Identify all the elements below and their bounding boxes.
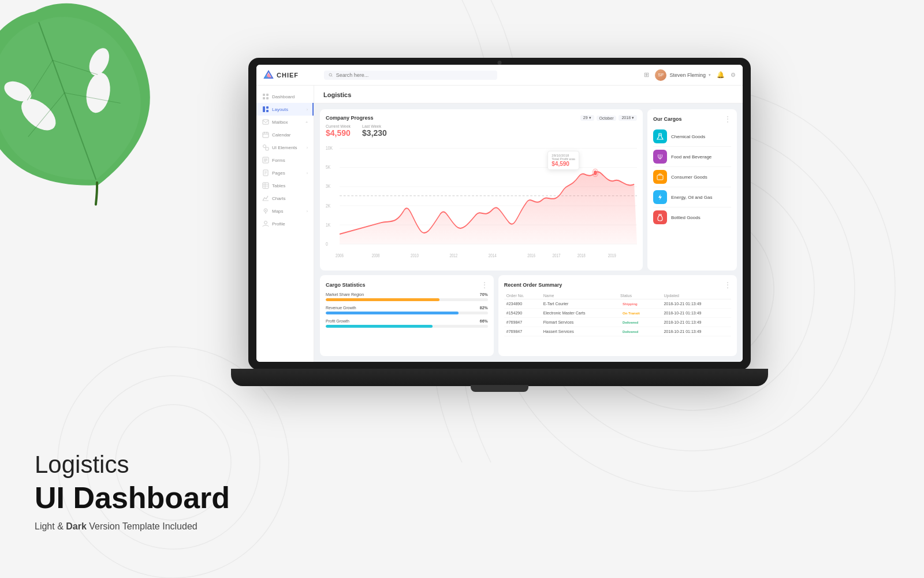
layout-icon bbox=[262, 106, 269, 113]
sidebar-item-ui-elements[interactable]: UI Elements › bbox=[256, 141, 314, 154]
svg-point-8 bbox=[83, 71, 113, 115]
svg-rect-26 bbox=[266, 106, 269, 109]
sidebar-label-profile: Profile bbox=[272, 221, 285, 227]
layouts-arrow: › bbox=[307, 108, 308, 112]
cargos-menu[interactable]: ⋮ bbox=[724, 115, 731, 123]
sidebar-item-mailbox[interactable]: Mailbox + bbox=[256, 116, 314, 128]
user-dropdown-icon[interactable]: ▾ bbox=[709, 73, 711, 77]
profit-growth-pct: 66% bbox=[480, 319, 488, 323]
svg-text:2017: 2017 bbox=[552, 253, 560, 258]
sidebar-item-profile[interactable]: Profile bbox=[256, 217, 314, 230]
svg-rect-29 bbox=[263, 132, 269, 138]
order-no-3: #769847 bbox=[504, 318, 541, 327]
sidebar-label-ui-elements: UI Elements bbox=[272, 145, 297, 150]
table-row: #769847 Flomart Services Delivered 2018-… bbox=[504, 318, 731, 327]
sidebar-item-dashboard[interactable]: Dashboard bbox=[256, 90, 314, 103]
maps-icon bbox=[262, 208, 269, 214]
search-bar[interactable] bbox=[324, 71, 497, 80]
cargo-item-consumer: Consumer Goods bbox=[653, 167, 731, 187]
page-title: Logistics bbox=[323, 91, 351, 98]
svg-rect-21 bbox=[263, 94, 265, 96]
svg-rect-22 bbox=[266, 94, 269, 96]
page-header: Logistics bbox=[314, 86, 743, 103]
search-input[interactable] bbox=[336, 72, 493, 78]
svg-text:2K: 2K bbox=[326, 203, 331, 209]
current-week-value: $4,590 bbox=[326, 128, 351, 138]
svg-text:5K: 5K bbox=[326, 164, 331, 170]
status-badge-3: Delivered bbox=[620, 320, 640, 325]
cargo-statistics-card: Cargo Statistics ⋮ Market Share Region 7… bbox=[320, 275, 494, 356]
svg-point-51 bbox=[264, 221, 267, 224]
order-name-1: E-Tart Courier bbox=[541, 299, 618, 309]
top-row: Company Progress 29 ▾ October 2018 ▾ bbox=[320, 109, 737, 271]
filter-year[interactable]: 2018 ▾ bbox=[619, 115, 637, 121]
chart-svg: 10K 5K 3K 2K 1K 0 bbox=[326, 142, 637, 265]
laptop-wrapper: CHIEF ⊞ SF Steven Fleming bbox=[248, 58, 751, 393]
sidebar-item-pages[interactable]: Pages › bbox=[256, 166, 314, 179]
sidebar-label-pages: Pages bbox=[272, 171, 285, 176]
svg-rect-34 bbox=[266, 147, 269, 150]
order-updated-2: 2018-10-21 01:13:49 bbox=[661, 309, 731, 318]
profile-icon bbox=[262, 220, 269, 227]
svg-point-7 bbox=[16, 92, 61, 136]
grid-icon[interactable]: ⊞ bbox=[644, 71, 649, 79]
order-no-1: #234890 bbox=[504, 299, 541, 309]
order-status-1: Shipping bbox=[618, 299, 661, 309]
revenue-growth-pct: 82% bbox=[480, 306, 488, 310]
svg-rect-43 bbox=[263, 183, 269, 188]
settings-icon[interactable]: ⚙ bbox=[731, 72, 736, 78]
sidebar-item-tables[interactable]: Tables bbox=[256, 179, 314, 192]
sidebar-item-forms[interactable]: Forms bbox=[256, 154, 314, 166]
profit-growth-progress: Profit Growth 66% bbox=[326, 319, 488, 328]
sidebar-item-maps[interactable]: Maps › bbox=[256, 205, 314, 217]
order-table-body: #234890 E-Tart Courier Shipping 2018-10-… bbox=[504, 299, 731, 336]
sidebar-item-layouts[interactable]: Layouts › bbox=[256, 103, 314, 116]
sidebar-label-layouts: Layouts bbox=[272, 107, 288, 112]
chemical-goods-label: Chemical Goods bbox=[671, 134, 705, 139]
svg-text:10K: 10K bbox=[326, 145, 333, 151]
leaf-decoration bbox=[0, 0, 167, 208]
market-share-label-row: Market Share Region 70% bbox=[326, 292, 488, 297]
consumer-goods-label: Consumer Goods bbox=[671, 175, 707, 180]
stats-row: Current Week $4,590 Last Week $3,230 bbox=[326, 124, 637, 138]
cargos-title: Our Cargos bbox=[653, 116, 682, 122]
svg-rect-77 bbox=[657, 175, 663, 180]
cargo-item-energy: Energy, Oil and Gas bbox=[653, 187, 731, 208]
tooltip-value: $4,590 bbox=[552, 161, 575, 167]
sidebar-item-calendar[interactable]: Calendar bbox=[256, 128, 314, 141]
svg-line-20 bbox=[331, 75, 333, 76]
bell-icon[interactable]: 🔔 bbox=[717, 71, 725, 79]
table-row: #234890 E-Tart Courier Shipping 2018-10-… bbox=[504, 299, 731, 309]
cargo-stats-menu[interactable]: ⋮ bbox=[481, 281, 488, 289]
logo-text: CHIEF bbox=[277, 72, 299, 79]
order-updated-4: 2018-10-21 01:13:49 bbox=[661, 327, 731, 336]
company-progress-card: Company Progress 29 ▾ October 2018 ▾ bbox=[320, 109, 643, 271]
col-name: Name bbox=[541, 292, 618, 299]
order-name-4: Hassert Services bbox=[541, 327, 618, 336]
svg-line-11 bbox=[39, 22, 96, 180]
svg-text:2008: 2008 bbox=[372, 253, 380, 258]
filter-day[interactable]: 29 ▾ bbox=[580, 115, 594, 121]
svg-line-14 bbox=[18, 93, 74, 137]
bottom-title-bold: UI Dashboard bbox=[35, 480, 230, 516]
calendar-icon bbox=[262, 131, 269, 138]
sidebar: Dashboard Layouts › bbox=[256, 86, 314, 362]
subtitle-rest-text: Version Template Included bbox=[87, 521, 198, 531]
user-avatar: SF bbox=[655, 69, 666, 81]
table-row: #769847 Hassert Services Delivered 2018-… bbox=[504, 327, 731, 336]
col-order-no: Order No. bbox=[504, 292, 541, 299]
svg-point-10 bbox=[85, 45, 113, 79]
chart-card-header: Company Progress 29 ▾ October 2018 ▾ bbox=[326, 115, 637, 121]
sidebar-item-charts[interactable]: Charts bbox=[256, 192, 314, 205]
subtitle-bold-text: Dark bbox=[66, 521, 87, 531]
laptop-screen: CHIEF ⊞ SF Steven Fleming bbox=[256, 65, 743, 362]
sidebar-label-maps: Maps bbox=[272, 209, 284, 214]
pages-arrow: › bbox=[307, 171, 308, 175]
order-menu[interactable]: ⋮ bbox=[724, 281, 731, 289]
order-no-4: #769847 bbox=[504, 327, 541, 336]
filter-month[interactable]: October bbox=[597, 116, 617, 121]
revenue-growth-label-row: Revenue Growth 82% bbox=[326, 306, 488, 310]
svg-text:3K: 3K bbox=[326, 183, 331, 189]
bottom-text-area: Logistics UI Dashboard Light & Dark Vers… bbox=[35, 450, 230, 532]
mail-icon bbox=[262, 118, 269, 125]
